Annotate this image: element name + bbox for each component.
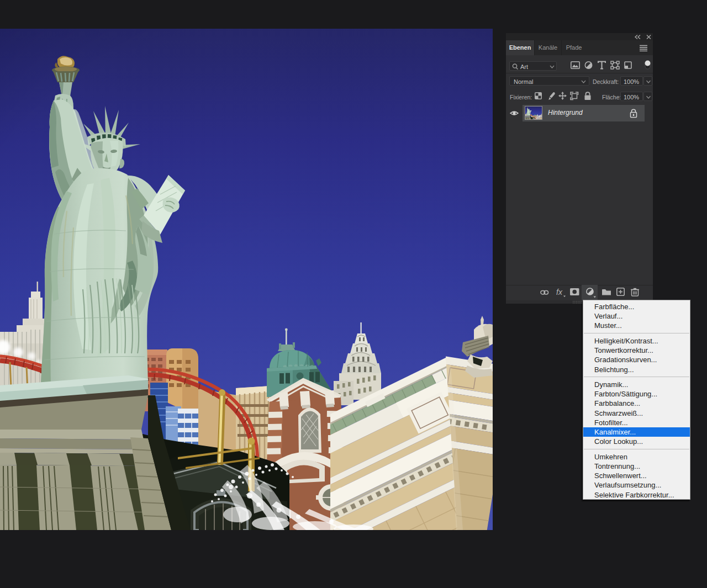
svg-text:fx: fx: [556, 288, 563, 296]
